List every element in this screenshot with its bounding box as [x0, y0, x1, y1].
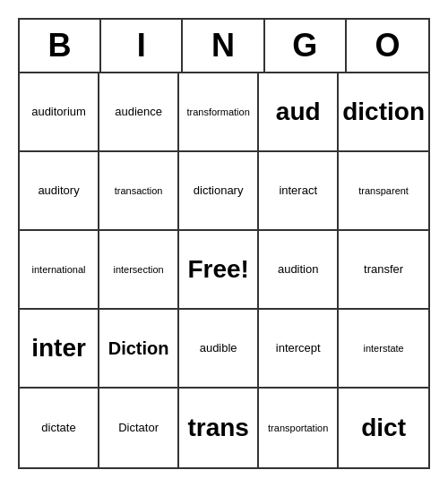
cell-label: transaction: [115, 185, 163, 196]
bingo-card: BINGO auditoriumaudiencetransformationau…: [18, 18, 430, 469]
bingo-cell: intersection: [99, 231, 179, 310]
cell-label: transparent: [358, 185, 409, 196]
header-letter: G: [265, 20, 347, 72]
cell-label: interstate: [363, 343, 403, 354]
bingo-cell: interstate: [339, 310, 428, 389]
bingo-cell: dict: [339, 389, 428, 467]
bingo-grid: auditoriumaudiencetransformationauddicti…: [20, 73, 428, 467]
cell-label: intersection: [113, 264, 163, 275]
bingo-cell: audible: [179, 310, 259, 389]
bingo-cell: international: [20, 231, 99, 310]
cell-label: auditorium: [31, 105, 86, 119]
bingo-cell: interact: [259, 152, 339, 231]
header-letter: O: [347, 20, 428, 72]
bingo-cell: inter: [20, 310, 99, 389]
cell-label: auditory: [38, 184, 79, 198]
header-letter: N: [183, 20, 264, 72]
cell-label: transfer: [364, 262, 403, 277]
bingo-cell: Free!: [179, 231, 259, 310]
bingo-cell: transaction: [99, 152, 179, 231]
cell-label: aud: [276, 98, 321, 126]
cell-label: Free!: [187, 256, 248, 284]
bingo-cell: audition: [259, 231, 339, 310]
bingo-cell: dictionary: [179, 152, 259, 231]
bingo-cell: transfer: [339, 231, 428, 310]
bingo-cell: intercept: [259, 310, 339, 389]
cell-label: dictionary: [194, 184, 244, 198]
cell-label: Dictator: [118, 421, 159, 435]
bingo-cell: Dictator: [99, 389, 179, 467]
bingo-cell: Diction: [99, 310, 179, 389]
cell-label: transformation: [186, 107, 249, 117]
bingo-cell: audience: [99, 73, 179, 152]
bingo-cell: diction: [339, 73, 428, 152]
cell-label: interact: [279, 184, 317, 198]
cell-label: dict: [361, 414, 406, 442]
cell-label: Diction: [108, 338, 169, 359]
cell-label: diction: [342, 98, 425, 126]
bingo-cell: transportation: [259, 389, 339, 467]
cell-label: inter: [31, 335, 86, 363]
bingo-cell: trans: [179, 389, 259, 467]
bingo-cell: aud: [259, 73, 339, 152]
bingo-cell: transformation: [179, 73, 259, 152]
header-letter: B: [20, 20, 101, 72]
cell-label: trans: [187, 414, 248, 442]
cell-label: international: [32, 264, 86, 275]
cell-label: transportation: [268, 423, 328, 433]
cell-label: audible: [200, 341, 237, 355]
cell-label: audience: [115, 105, 162, 119]
bingo-cell: auditorium: [20, 73, 99, 152]
bingo-header: BINGO: [20, 20, 428, 73]
bingo-cell: dictate: [20, 389, 99, 467]
bingo-cell: auditory: [20, 152, 99, 231]
bingo-cell: transparent: [339, 152, 428, 231]
cell-label: intercept: [276, 341, 321, 355]
header-letter: I: [101, 20, 183, 72]
cell-label: dictate: [41, 421, 75, 435]
cell-label: audition: [278, 262, 319, 277]
